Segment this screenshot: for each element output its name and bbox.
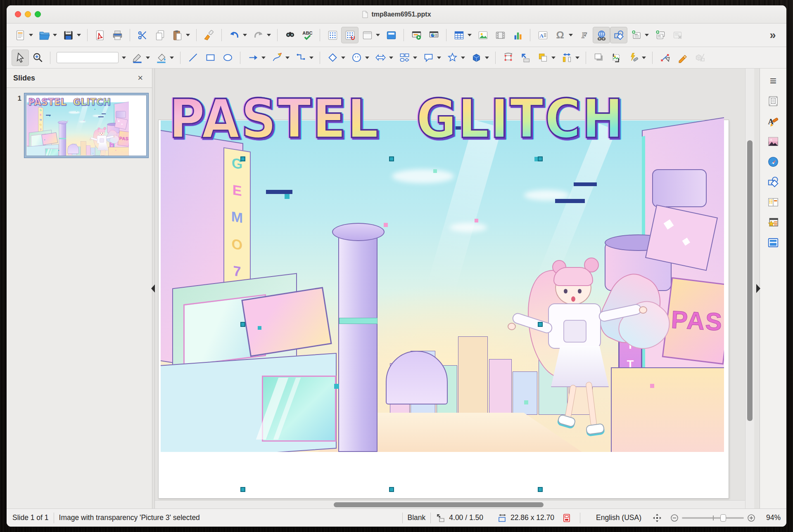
dropdown-caret-icon[interactable]	[645, 34, 649, 36]
basic-shapes-button[interactable]	[324, 50, 348, 66]
spelling-button[interactable]: ABC	[299, 27, 316, 43]
fill-color-button[interactable]	[152, 50, 176, 66]
selection-handle[interactable]	[538, 156, 543, 161]
dropdown-caret-icon[interactable]	[569, 34, 573, 36]
copy-button[interactable]	[151, 27, 169, 43]
zoom-slider[interactable]	[670, 513, 756, 523]
insert-table-button[interactable]	[450, 27, 474, 43]
pastel-glitch-image[interactable]: GEMO7 GLITCH	[161, 87, 724, 452]
zoom-level[interactable]: 94%	[766, 513, 781, 522]
pastel-glitch-image[interactable]: GEMO7 GLITCH	[27, 96, 129, 156]
cut-button[interactable]	[134, 27, 151, 43]
dropdown-caret-icon[interactable]	[575, 57, 579, 59]
start-from-first-slide-button[interactable]	[408, 27, 425, 43]
zoom-window-button[interactable]	[35, 11, 41, 17]
panel-splitter-right[interactable]	[754, 69, 760, 508]
slide-thumbnail-item[interactable]: 1	[9, 93, 149, 508]
insert-media-button[interactable]	[491, 27, 509, 43]
sidebar-tab-properties[interactable]	[764, 93, 782, 109]
insert-chart-button[interactable]	[509, 27, 526, 43]
line-style-combo[interactable]	[57, 52, 119, 63]
line-style-button[interactable]	[54, 50, 128, 66]
horizontal-scrollbar[interactable]	[155, 500, 745, 508]
sidebar-tab-styles[interactable]: A	[764, 113, 782, 130]
horizontal-scrollbar-thumb[interactable]	[334, 502, 544, 507]
display-mode-button[interactable]	[382, 27, 400, 43]
print-button[interactable]	[109, 27, 126, 43]
slide-canvas[interactable]: GEMO7 GLITCH	[155, 69, 745, 508]
dropdown-caret-icon[interactable]	[146, 57, 150, 59]
dropdown-caret-icon[interactable]	[243, 34, 247, 36]
dropdown-caret-icon[interactable]	[285, 57, 290, 59]
block-arrows-button[interactable]	[372, 50, 396, 66]
draw-functions-button[interactable]	[610, 27, 627, 43]
paste-button[interactable]	[169, 27, 192, 43]
dropdown-caret-icon[interactable]	[170, 57, 174, 59]
minimize-window-button[interactable]	[25, 11, 31, 17]
dropdown-caret-icon[interactable]	[642, 57, 646, 59]
align-button[interactable]	[517, 50, 534, 66]
save-button[interactable]	[59, 27, 83, 43]
insert-image-button[interactable]	[474, 27, 491, 43]
sidebar-tab-slide-transition[interactable]	[764, 194, 782, 210]
close-icon[interactable]: ×	[135, 73, 145, 83]
toolbar-overflow-button[interactable]: »	[764, 27, 781, 43]
zoom-slider-thumb[interactable]	[720, 514, 726, 522]
sidebar-tab-gallery[interactable]	[764, 133, 782, 150]
selection-handle[interactable]	[389, 487, 394, 492]
master-slide-button[interactable]	[359, 27, 382, 43]
shadow-button[interactable]	[590, 50, 607, 66]
selection-handle[interactable]	[538, 487, 543, 492]
dropdown-caret-icon[interactable]	[122, 57, 126, 59]
find-replace-button[interactable]	[281, 27, 299, 43]
unsaved-changes-icon[interactable]	[562, 513, 572, 523]
stars-button[interactable]	[444, 50, 468, 66]
selection-handle[interactable]	[240, 322, 245, 327]
new-document-button[interactable]	[12, 27, 36, 43]
zoom-in-icon[interactable]	[746, 513, 756, 523]
sidebar-tab-sidebar-menu[interactable]: ≡	[764, 73, 782, 89]
panel-splitter-left[interactable]	[152, 69, 155, 508]
language-status[interactable]: English (USA)	[596, 513, 641, 522]
sidebar-tab-navigator[interactable]	[764, 154, 782, 170]
display-grid-button[interactable]	[324, 27, 341, 43]
special-character-button[interactable]: Ω	[551, 27, 575, 43]
curve-button[interactable]	[268, 50, 292, 66]
duplicate-slide-button[interactable]	[651, 27, 669, 43]
dropdown-caret-icon[interactable]	[461, 57, 465, 59]
symbol-shapes-button[interactable]	[348, 50, 372, 66]
dropdown-caret-icon[interactable]	[468, 34, 472, 36]
selection-handle[interactable]	[389, 156, 394, 161]
new-slide-button[interactable]	[627, 27, 651, 43]
close-window-button[interactable]	[15, 11, 21, 17]
undo-button[interactable]	[226, 27, 249, 43]
rotate-button[interactable]	[499, 50, 517, 66]
dropdown-caret-icon[interactable]	[551, 57, 556, 59]
line-button[interactable]	[184, 50, 202, 66]
selection-handle[interactable]	[538, 322, 543, 327]
selection-handle[interactable]	[240, 156, 245, 161]
dropdown-caret-icon[interactable]	[365, 57, 369, 59]
sidebar-tab-master-slides[interactable]	[764, 234, 782, 251]
distribute-button[interactable]	[558, 50, 582, 66]
image-filter-button[interactable]	[624, 50, 648, 66]
arrange-button[interactable]	[534, 50, 558, 66]
selection-handle[interactable]	[240, 487, 245, 492]
glue-points-button[interactable]	[674, 50, 691, 66]
zoom-pan-button[interactable]	[29, 50, 46, 66]
collapse-right-icon[interactable]	[756, 284, 760, 293]
sidebar-tab-shapes[interactable]	[764, 174, 782, 190]
line-color-button[interactable]	[128, 50, 152, 66]
vertical-scrollbar-thumb[interactable]	[747, 140, 753, 421]
hyperlink-button[interactable]	[593, 27, 610, 43]
threed-objects-button[interactable]	[468, 50, 491, 66]
dropdown-caret-icon[interactable]	[485, 57, 489, 59]
export-pdf-button[interactable]	[91, 27, 109, 43]
dropdown-caret-icon[interactable]	[186, 34, 190, 36]
insert-textbox-button[interactable]: A	[534, 27, 551, 43]
dropdown-caret-icon[interactable]	[53, 34, 57, 36]
fontwork-button[interactable]: F	[575, 27, 593, 43]
open-button[interactable]	[36, 27, 59, 43]
rectangle-button[interactable]	[202, 50, 219, 66]
dropdown-caret-icon[interactable]	[77, 34, 81, 36]
